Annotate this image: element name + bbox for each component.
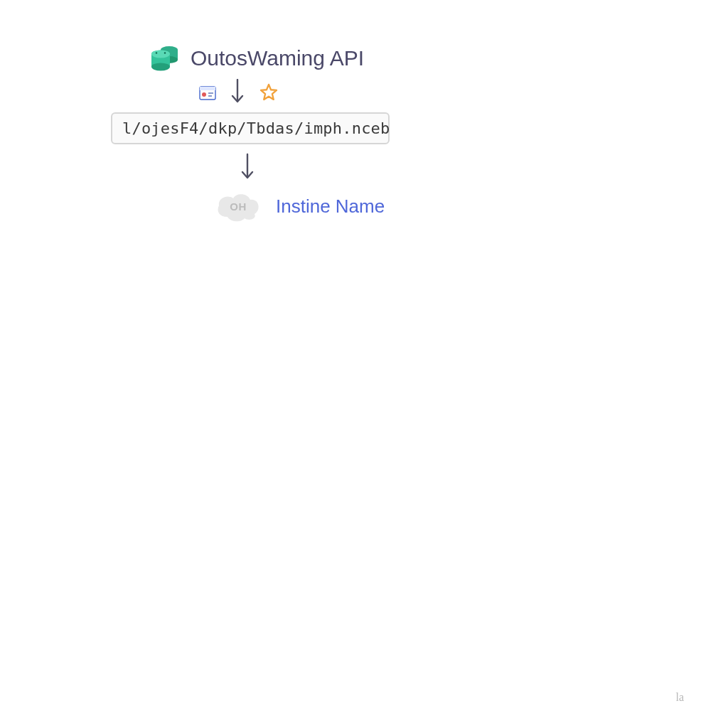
svg-point-8 xyxy=(164,52,166,53)
arrow-down-icon xyxy=(230,79,245,106)
svg-point-11 xyxy=(202,92,206,97)
api-node: OutosWaming API xyxy=(149,43,427,74)
database-icon xyxy=(149,43,181,74)
arrow-down-icon xyxy=(240,153,427,186)
cloud-icon: OH xyxy=(213,190,263,223)
svg-point-7 xyxy=(156,52,157,53)
instance-node: OH Instine Name xyxy=(213,190,427,223)
star-icon[interactable] xyxy=(259,82,279,102)
api-title: OutosWaming API xyxy=(191,46,364,70)
path-field[interactable]: l/ojesF4/dkp/Tbdas/imph.nceb xyxy=(111,112,390,144)
svg-point-6 xyxy=(151,50,170,58)
flow-diagram: OutosWaming API l/ojesF4/dkp/Tbdas/im xyxy=(107,43,427,223)
svg-rect-10 xyxy=(200,87,215,90)
cloud-tag: OH xyxy=(230,200,247,213)
instance-label[interactable]: Instine Name xyxy=(276,196,385,218)
watermark: la xyxy=(675,691,684,704)
svg-point-5 xyxy=(151,63,170,71)
svg-rect-13 xyxy=(208,95,212,97)
icon-row xyxy=(199,78,427,107)
svg-rect-12 xyxy=(208,92,213,94)
calendar-icon xyxy=(199,85,216,100)
